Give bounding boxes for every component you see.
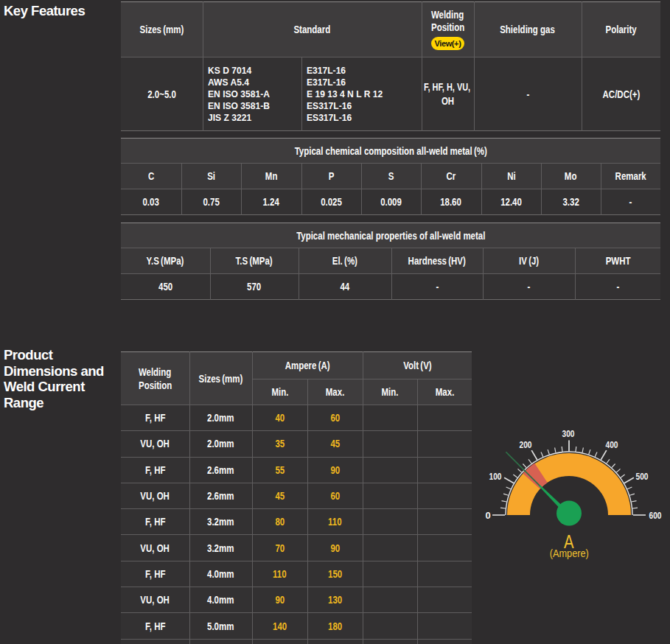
svg-text:100: 100 xyxy=(489,471,502,482)
svg-text:600: 600 xyxy=(649,510,662,521)
svg-text:300: 300 xyxy=(562,428,575,439)
svg-text:500: 500 xyxy=(636,471,649,482)
svg-text:400: 400 xyxy=(606,439,618,450)
svg-text:200: 200 xyxy=(520,439,532,450)
svg-text:0: 0 xyxy=(485,510,490,521)
